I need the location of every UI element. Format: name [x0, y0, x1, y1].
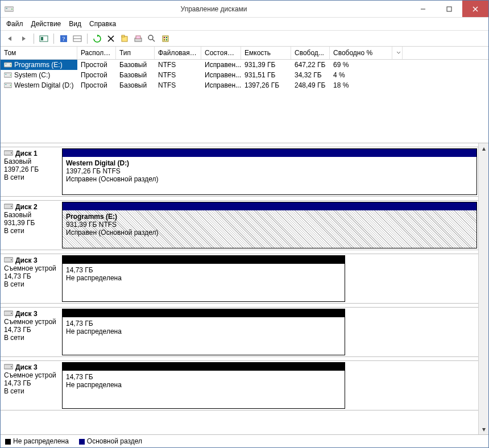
volume-freepct: 18 %	[330, 80, 392, 90]
swatch-navy-icon	[79, 439, 85, 445]
disk-status: В сети	[4, 173, 57, 181]
disk-size: 1397,26 ГБ	[4, 165, 57, 173]
help-button[interactable]: ?	[57, 32, 70, 45]
col-layout[interactable]: Располо...	[77, 47, 116, 59]
partition[interactable]: 14,73 ГБНе распределена	[62, 255, 345, 302]
disk-hw-icon	[4, 150, 13, 157]
show-console-button[interactable]	[38, 32, 50, 45]
col-volume[interactable]: Том	[1, 47, 77, 59]
disk-status: В сети	[4, 280, 57, 288]
partition-desc: Programms (E:)931,39 ГБ NTFSИсправен (Ос…	[63, 210, 476, 248]
svg-point-28	[10, 64, 11, 65]
refresh-button[interactable]	[91, 32, 103, 45]
volume-fs: NTFS	[155, 60, 201, 70]
disk-info: Диск 3Съемное устрой14,73 ГБВ сети	[1, 308, 61, 356]
disk-type: Базовый	[4, 211, 57, 219]
volume-fs: NTFS	[155, 70, 201, 80]
volume-capacity: 931,51 ГБ	[241, 70, 291, 80]
volume-type: Базовый	[116, 70, 155, 80]
partition-status: Не распределена	[66, 381, 122, 389]
partition-status: Исправен (Основной раздел)	[66, 175, 158, 183]
partition-size: 14,73 ГБ	[66, 373, 93, 381]
toggle-panes-button[interactable]	[71, 32, 84, 45]
window-title: Управление дисками	[18, 5, 410, 13]
format-button[interactable]	[132, 32, 144, 45]
volume-free: 248,49 ГБ	[291, 80, 330, 90]
partition-status: Не распределена	[66, 274, 122, 282]
unallocated-bar	[63, 256, 345, 264]
partition-size: 1397,26 ГБ NTFS	[66, 167, 121, 175]
scroll-down-button[interactable]: ▾	[479, 424, 488, 434]
svg-line-20	[152, 39, 155, 42]
disk-status: В сети	[4, 227, 57, 235]
col-free[interactable]: Свобод...	[291, 47, 330, 59]
partition[interactable]: 14,73 ГБНе распределена	[62, 309, 345, 355]
partition-status: Не распределена	[66, 327, 122, 335]
disk-panel: Диск 1Базовый1397,26 ГБВ сетиWestern Dig…	[1, 143, 488, 434]
menu-file[interactable]: Файл	[6, 20, 23, 28]
disk-title: Диск 3	[15, 363, 38, 371]
svg-rect-27	[5, 64, 7, 64]
disk-size: 14,73 ГБ	[4, 326, 57, 334]
partition-size: 931,39 ГБ NTFS	[66, 221, 117, 229]
minimize-button[interactable]	[410, 1, 436, 17]
partition[interactable]: Western Digital (D:)1397,26 ГБ NTFSИспра…	[62, 148, 477, 195]
search-button[interactable]	[146, 32, 158, 45]
volume-row[interactable]: Western Digital (D:)ПростойБазовыйNTFSИс…	[1, 80, 488, 90]
col-capacity[interactable]: Емкость	[241, 47, 291, 59]
col-scroll-header[interactable]	[392, 47, 403, 59]
partition-desc: Western Digital (D:)1397,26 ГБ NTFSИспра…	[63, 157, 476, 194]
disk-hw-icon	[4, 203, 13, 211]
volume-capacity: 931,39 ГБ	[241, 60, 291, 70]
menu-action[interactable]: Действие	[31, 20, 61, 28]
close-button[interactable]	[462, 1, 488, 17]
col-freepct[interactable]: Свободно %	[330, 47, 392, 59]
scroll-up-button[interactable]: ▴	[479, 143, 488, 154]
back-button[interactable]	[4, 32, 16, 45]
properties-button[interactable]	[118, 32, 131, 45]
volume-status: Исправен...	[201, 70, 241, 80]
disk-size: 14,73 ГБ	[4, 272, 57, 280]
disk-row: Диск 3Съемное устрой14,73 ГБВ сети14,73 …	[1, 307, 478, 357]
drive-icon	[4, 72, 12, 78]
volume-row[interactable]: Programms (E:)ПростойБазовыйNTFSИсправен…	[1, 60, 488, 70]
disk-title: Диск 3	[15, 256, 38, 264]
settings-button[interactable]	[159, 32, 172, 45]
col-fs[interactable]: Файловая с...	[155, 47, 201, 59]
partition[interactable]: 14,73 ГБНе распределена	[62, 362, 345, 409]
col-type[interactable]: Тип	[116, 47, 155, 59]
disk-info: Диск 2Базовый931,39 ГБВ сети	[1, 201, 61, 250]
svg-rect-22	[164, 37, 165, 38]
svg-rect-18	[136, 36, 140, 39]
drive-icon	[4, 82, 12, 89]
legend: Не распределена Основной раздел	[1, 434, 488, 447]
disk-row: Диск 3Съемное устрой14,73 ГБВ сети14,73 …	[1, 254, 478, 304]
svg-point-44	[11, 366, 12, 367]
col-status[interactable]: Состояние	[201, 47, 241, 59]
partition[interactable]: Programms (E:)931,39 ГБ NTFSИсправен (Ос…	[62, 202, 477, 248]
legend-primary: Основной раздел	[79, 437, 142, 445]
partition-area: Western Digital (D:)1397,26 ГБ NTFSИспра…	[61, 147, 478, 196]
svg-text:?: ?	[63, 35, 65, 42]
disk-type: Съемное устрой	[4, 371, 57, 379]
titlebar: Управление дисками	[1, 1, 488, 18]
disk-type: Съемное устрой	[4, 318, 57, 326]
volume-layout: Простой	[77, 70, 116, 80]
swatch-black-icon	[5, 439, 11, 445]
volume-free: 647,22 ГБ	[291, 60, 330, 70]
svg-rect-24	[164, 39, 165, 40]
menu-view[interactable]: Вид	[69, 20, 81, 28]
maximize-button[interactable]	[436, 1, 462, 17]
volume-status: Исправен...	[201, 60, 241, 70]
volume-row[interactable]: System (C:)ПростойБазовыйNTFSИсправен...…	[1, 70, 488, 80]
forward-button[interactable]	[18, 32, 30, 45]
delete-button[interactable]	[105, 32, 117, 45]
volume-list: Том Располо... Тип Файловая с... Состоян…	[1, 47, 488, 143]
menu-help[interactable]: Справка	[89, 20, 116, 28]
disk-title: Диск 1	[15, 150, 38, 157]
svg-rect-8	[41, 37, 43, 40]
volume-fs: NTFS	[155, 80, 201, 90]
scrollbar[interactable]: ▴ ▾	[478, 143, 488, 434]
disk-title: Диск 3	[15, 310, 38, 318]
disk-size: 931,39 ГБ	[4, 219, 57, 227]
